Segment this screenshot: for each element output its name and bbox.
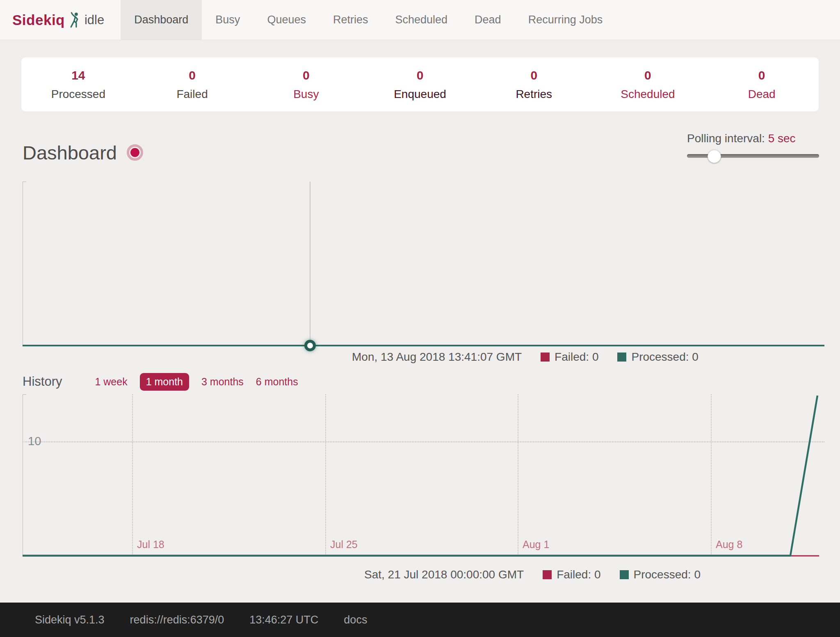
stat-retries-label[interactable]: Retries (477, 88, 591, 101)
stat-processed-value: 14 (21, 68, 135, 82)
stats-summary-card: 14 Processed 0 Failed 0 Busy 0 Enqueued … (21, 57, 819, 111)
stat-enqueued-value[interactable]: 0 (363, 68, 477, 82)
stat-dead-label[interactable]: Dead (705, 88, 819, 101)
sidekiq-dashboard-page: Sidekiq idle Dashboard Busy Queues Retri… (0, 0, 840, 637)
stat-scheduled-label[interactable]: Scheduled (591, 88, 705, 101)
polling-control: Polling interval: 5 sec (687, 132, 819, 158)
range-3-months[interactable]: 3 months (201, 376, 244, 388)
failed-swatch-icon (543, 570, 552, 579)
tab-scheduled[interactable]: Scheduled (381, 0, 461, 40)
brand[interactable]: Sidekiq idle (0, 0, 121, 40)
hover-point-marker (304, 340, 316, 351)
footer-redis-url: redis://redis:6379/0 (130, 614, 224, 626)
stat-busy[interactable]: 0 Busy (249, 68, 363, 101)
failed-swatch-icon (541, 353, 550, 362)
page-head: Dashboard (23, 139, 143, 166)
footer-version: Sidekiq v5.1.3 (35, 614, 105, 626)
tab-queues[interactable]: Queues (253, 0, 320, 40)
history-failed-label: Failed: 0 (557, 568, 600, 581)
polling-interval-label: Polling interval: (687, 132, 765, 145)
history-processed-label: Processed: 0 (634, 568, 701, 581)
processed-swatch-icon (617, 353, 626, 362)
polling-interval-value[interactable]: 5 sec (768, 132, 796, 145)
history-start-timestamp: Sat, 21 Jul 2018 00:00:00 GMT (364, 568, 524, 581)
stat-dead[interactable]: 0 Dead (705, 68, 819, 101)
stat-processed-label: Processed (21, 88, 135, 101)
stat-busy-label[interactable]: Busy (249, 88, 363, 101)
stat-processed: 14 Processed (21, 68, 135, 101)
realtime-chart[interactable] (23, 182, 824, 346)
live-beacon-icon (127, 144, 143, 161)
history-chart[interactable]: 10 Jul 18 Jul 25 Aug 1 Aug 8 (23, 394, 824, 557)
polling-slider-thumb[interactable] (708, 150, 721, 163)
processed-swatch-icon (620, 570, 629, 579)
stat-scheduled[interactable]: 0 Scheduled (591, 68, 705, 101)
footer-docs-link[interactable]: docs (344, 614, 367, 626)
stat-failed-value: 0 (135, 68, 249, 82)
tab-dead[interactable]: Dead (461, 0, 515, 40)
history-legend-processed: Processed: 0 (620, 568, 701, 581)
realtime-processed-label: Processed: 0 (631, 350, 698, 364)
tab-dashboard[interactable]: Dashboard (121, 0, 202, 40)
stat-retries-value[interactable]: 0 (477, 68, 591, 82)
stat-retries[interactable]: 0 Retries (477, 68, 591, 101)
stat-scheduled-value[interactable]: 0 (591, 68, 705, 82)
realtime-hover-timestamp: Mon, 13 Aug 2018 13:41:07 GMT (352, 350, 522, 364)
page-title: Dashboard (23, 141, 117, 164)
status-text: idle (84, 13, 104, 27)
realtime-y-axis (23, 182, 23, 346)
processed-series-line (23, 345, 824, 346)
top-nav: Sidekiq idle Dashboard Busy Queues Retri… (0, 0, 840, 40)
stat-dead-value[interactable]: 0 (705, 68, 819, 82)
history-range-buttons: 1 week 1 month 3 months 6 months (95, 373, 298, 391)
stat-enqueued[interactable]: 0 Enqueued (363, 68, 477, 101)
tab-busy[interactable]: Busy (202, 0, 253, 40)
nav-tabs: Dashboard Busy Queues Retries Scheduled … (121, 0, 616, 40)
stat-enqueued-label[interactable]: Enqueued (363, 88, 477, 101)
tab-retries[interactable]: Retries (320, 0, 382, 40)
history-title: History (23, 374, 62, 389)
history-head: History 1 week 1 month 3 months 6 months (23, 371, 298, 392)
history-series-lines (23, 394, 824, 557)
hover-cursor-line (310, 182, 310, 346)
polling-slider-track[interactable] (687, 154, 819, 158)
stat-failed: 0 Failed (135, 68, 249, 101)
sidekiq-logo-text[interactable]: Sidekiq (12, 12, 65, 28)
stat-busy-value[interactable]: 0 (249, 68, 363, 82)
realtime-failed-label: Failed: 0 (555, 350, 598, 364)
tab-recurring-jobs[interactable]: Recurring Jobs (515, 0, 616, 40)
sidekiq-runner-icon (69, 11, 81, 29)
footer-bar: Sidekiq v5.1.3 redis://redis:6379/0 13:4… (0, 603, 840, 637)
range-1-week[interactable]: 1 week (95, 376, 127, 388)
realtime-legend-failed: Failed: 0 (541, 350, 598, 364)
stat-failed-label: Failed (135, 88, 249, 101)
range-1-month[interactable]: 1 month (140, 373, 189, 391)
realtime-legend-processed: Processed: 0 (617, 350, 698, 364)
history-legend-failed: Failed: 0 (543, 568, 600, 581)
history-legend: Sat, 21 Jul 2018 00:00:00 GMT Failed: 0 … (364, 568, 701, 581)
realtime-legend: Mon, 13 Aug 2018 13:41:07 GMT Failed: 0 … (352, 350, 698, 364)
footer-time: 13:46:27 UTC (249, 614, 318, 626)
range-6-months[interactable]: 6 months (256, 376, 298, 388)
live-beacon-dot (130, 148, 139, 157)
